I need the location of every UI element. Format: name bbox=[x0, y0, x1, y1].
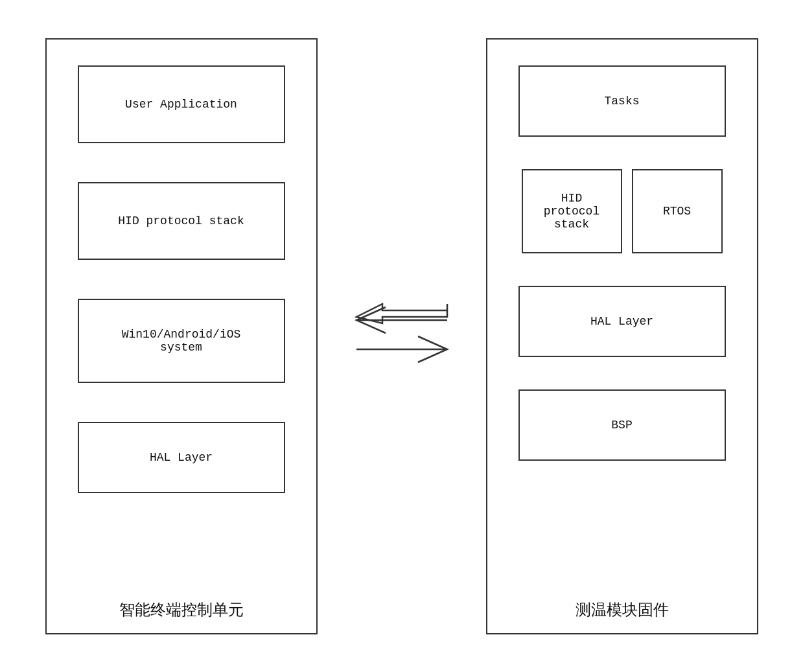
right-panel-inner: Tasks HID protocol stack RTOS HAL Layer … bbox=[500, 59, 744, 593]
win10-android-ios-label: Win10/Android/iOS system bbox=[122, 328, 241, 354]
bidirectional-arrow-icon bbox=[350, 297, 454, 375]
hal-layer-left-box: HAL Layer bbox=[78, 422, 285, 493]
hid-rtos-row: HID protocol stack RTOS bbox=[522, 169, 723, 253]
hal-layer-left-label: HAL Layer bbox=[150, 451, 213, 464]
hid-protocol-stack-left-box: HID protocol stack bbox=[78, 182, 285, 260]
bsp-box: BSP bbox=[518, 389, 726, 461]
tasks-label: Tasks bbox=[604, 95, 639, 108]
left-panel: User Application HID protocol stack Win1… bbox=[45, 38, 318, 634]
hid-protocol-stack-right-box: HID protocol stack bbox=[522, 169, 622, 253]
user-application-box: User Application bbox=[78, 65, 285, 143]
right-panel: Tasks HID protocol stack RTOS HAL Layer … bbox=[486, 38, 758, 634]
tasks-box: Tasks bbox=[518, 65, 726, 137]
left-panel-label: 智能终端控制单元 bbox=[119, 593, 244, 620]
rtos-label: RTOS bbox=[663, 205, 691, 218]
arrow-container bbox=[350, 297, 454, 375]
diagram-container: User Application HID protocol stack Win1… bbox=[0, 0, 803, 672]
win10-android-ios-box: Win10/Android/iOS system bbox=[78, 299, 285, 383]
left-panel-inner: User Application HID protocol stack Win1… bbox=[60, 59, 303, 593]
hal-layer-right-box: HAL Layer bbox=[518, 286, 726, 357]
right-panel-label: 测温模块固件 bbox=[576, 593, 669, 620]
user-application-label: User Application bbox=[125, 98, 237, 111]
hid-protocol-stack-left-label: HID protocol stack bbox=[118, 214, 244, 227]
hid-protocol-stack-right-label: HID protocol stack bbox=[544, 192, 599, 231]
middle-area bbox=[318, 38, 486, 634]
hal-layer-right-label: HAL Layer bbox=[590, 315, 653, 328]
rtos-box: RTOS bbox=[632, 169, 723, 253]
bsp-label: BSP bbox=[611, 419, 632, 432]
main-wrapper: User Application HID protocol stack Win1… bbox=[45, 38, 758, 634]
